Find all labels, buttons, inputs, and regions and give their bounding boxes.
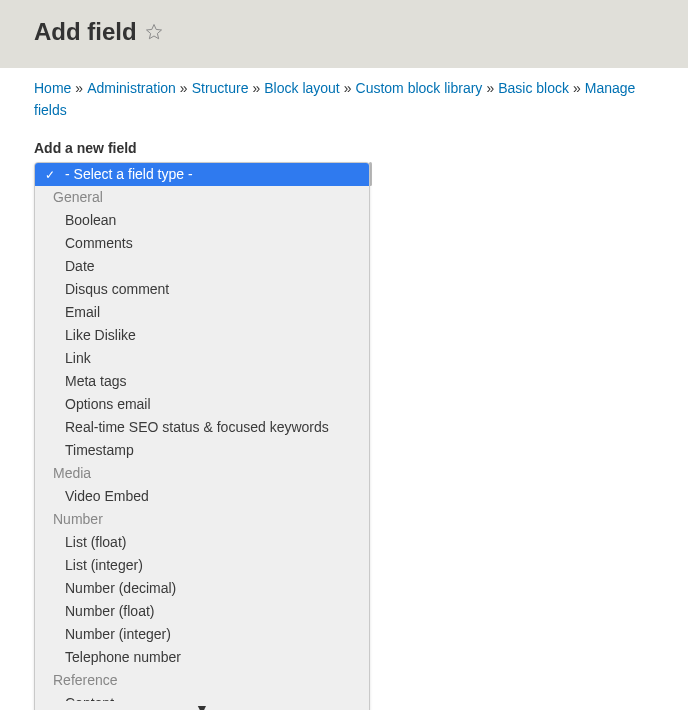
option-item[interactable]: Boolean bbox=[35, 209, 369, 232]
option-item[interactable]: Meta tags bbox=[35, 370, 369, 393]
option-item[interactable]: Timestamp bbox=[35, 439, 369, 462]
breadcrumb-separator: » bbox=[340, 80, 356, 96]
star-icon[interactable] bbox=[145, 23, 163, 41]
field-type-select[interactable]: - Select a field type -GeneralBooleanCom… bbox=[34, 162, 370, 710]
breadcrumb-separator: » bbox=[569, 80, 585, 96]
option-item[interactable]: Telephone number bbox=[35, 646, 369, 669]
option-item[interactable]: Date bbox=[35, 255, 369, 278]
option-item[interactable]: List (integer) bbox=[35, 554, 369, 577]
option-item[interactable]: Disqus comment bbox=[35, 278, 369, 301]
option-group-media: Media bbox=[35, 462, 369, 485]
breadcrumb-link[interactable]: Basic block bbox=[498, 80, 569, 96]
option-item[interactable]: Email bbox=[35, 301, 369, 324]
header-bar: Add field bbox=[0, 0, 688, 68]
breadcrumb-link[interactable]: Structure bbox=[192, 80, 249, 96]
option-item[interactable]: Number (float) bbox=[35, 600, 369, 623]
breadcrumb-separator: » bbox=[71, 80, 87, 96]
breadcrumb-separator: » bbox=[482, 80, 498, 96]
option-item[interactable]: Link bbox=[35, 347, 369, 370]
breadcrumb-link[interactable]: Administration bbox=[87, 80, 176, 96]
form-add-field: Add a new field - Select a field type -G… bbox=[0, 140, 688, 710]
option-placeholder[interactable]: - Select a field type - bbox=[35, 163, 369, 186]
option-item[interactable]: Like Dislike bbox=[35, 324, 369, 347]
option-item[interactable]: Real-time SEO status & focused keywords bbox=[35, 416, 369, 439]
breadcrumb-separator: » bbox=[176, 80, 192, 96]
option-item[interactable]: Number (integer) bbox=[35, 623, 369, 646]
breadcrumbs: Home»Administration»Structure»Block layo… bbox=[0, 68, 688, 140]
breadcrumb-link[interactable]: Block layout bbox=[264, 80, 339, 96]
option-item[interactable]: Options email bbox=[35, 393, 369, 416]
option-item[interactable]: List (float) bbox=[35, 531, 369, 554]
page-title: Add field bbox=[34, 18, 137, 46]
breadcrumb-separator: » bbox=[248, 80, 264, 96]
field-label: Add a new field bbox=[34, 140, 654, 156]
option-item[interactable]: Number (decimal) bbox=[35, 577, 369, 600]
option-item[interactable]: Video Embed bbox=[35, 485, 369, 508]
option-item[interactable]: Comments bbox=[35, 232, 369, 255]
chevron-down-icon: ▼ bbox=[195, 701, 209, 710]
scroll-down-indicator[interactable]: ▼ bbox=[35, 701, 369, 710]
field-type-dropdown[interactable]: - Select a field type -GeneralBooleanCom… bbox=[34, 162, 370, 710]
breadcrumb-link[interactable]: Home bbox=[34, 80, 71, 96]
option-group-number: Number bbox=[35, 508, 369, 531]
breadcrumb-link[interactable]: Custom block library bbox=[356, 80, 483, 96]
svg-marker-0 bbox=[146, 25, 161, 39]
option-group-general: General bbox=[35, 186, 369, 209]
option-group-reference: Reference bbox=[35, 669, 369, 692]
